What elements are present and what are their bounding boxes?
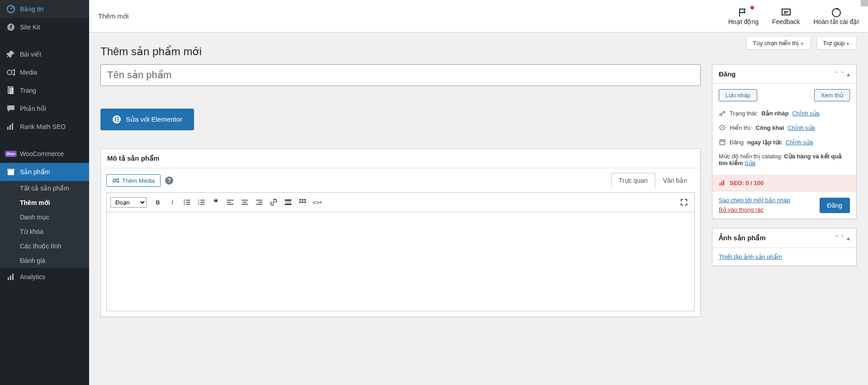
readmore-button[interactable]	[281, 195, 295, 209]
link-button[interactable]	[267, 195, 280, 209]
collapse-icon[interactable]: ▴	[847, 234, 850, 242]
sidebar-label: Bài viết	[20, 51, 41, 58]
sidebar-item-sitekit[interactable]: Site Kit	[0, 18, 89, 36]
edit-visibility-link[interactable]: Chỉnh sửa	[787, 124, 815, 131]
edit-status-link[interactable]: Chỉnh sửa	[792, 110, 819, 117]
sidebar-label: Bảng tin	[20, 5, 44, 13]
topbar-feedback[interactable]: Feedback	[772, 7, 800, 25]
help-tab[interactable]: Trợ giúp	[816, 37, 857, 50]
help-icon[interactable]: ?	[165, 176, 173, 185]
svg-rect-25	[186, 204, 190, 205]
sidebar-label: Rank Math SEO	[20, 123, 66, 130]
svg-rect-17	[117, 119, 119, 120]
move-up-icon[interactable]: ˄	[835, 71, 838, 78]
format-select[interactable]: Đoạn	[110, 197, 147, 208]
elementor-icon	[112, 115, 121, 124]
align-center-button[interactable]	[238, 195, 251, 209]
svg-point-1	[7, 70, 12, 75]
woo-icon: Woo	[6, 149, 15, 158]
copy-to-draft-link[interactable]: Sao chép tới một bản nháp	[719, 197, 790, 204]
publish-heading: Đăng	[719, 70, 835, 78]
seo-icon	[6, 122, 15, 131]
align-right-button[interactable]	[252, 195, 266, 209]
comment-icon	[6, 104, 15, 113]
breadcrumb: Thêm mới	[98, 12, 128, 20]
submenu-reviews[interactable]: Đánh giá	[0, 253, 89, 268]
product-title-input[interactable]	[100, 64, 701, 86]
number-list-button[interactable]: 123	[194, 195, 208, 209]
svg-rect-55	[723, 180, 724, 185]
eye-icon	[719, 124, 726, 131]
move-to-trash-link[interactable]: Bỏ vào thùng rác	[719, 206, 790, 213]
visibility-row: Hiển thị: Công khai Chỉnh sửa	[719, 120, 850, 135]
sidebar-item-woocommerce[interactable]: Woo WooCommerce	[0, 145, 89, 163]
sidebar-item-dashboard[interactable]: Bảng tin	[0, 0, 89, 18]
collapse-icon[interactable]: ▴	[847, 71, 850, 78]
svg-rect-21	[186, 200, 190, 201]
svg-rect-49	[304, 201, 306, 203]
page-title: Thêm sản phẩm mới	[100, 33, 857, 64]
schedule-row: Đăng ngay lập tức Chỉnh sửa	[719, 135, 850, 149]
toolbar-toggle-button[interactable]	[296, 195, 309, 209]
svg-point-24	[184, 204, 185, 205]
svg-rect-7	[8, 170, 14, 175]
chat-icon	[781, 7, 792, 18]
submenu-categories[interactable]: Danh mục	[0, 210, 89, 224]
publish-button[interactable]: Đăng	[820, 198, 850, 213]
sidebar-item-pages[interactable]: Trang	[0, 81, 89, 100]
seo-score-row: SEO: 0 / 100	[712, 175, 856, 191]
description-heading: Mô tả sản phẩm	[101, 149, 700, 168]
move-up-icon[interactable]: ˄	[835, 234, 838, 242]
topbar-finish-setup[interactable]: Hoàn tất cài đặt	[814, 7, 859, 25]
screen-options-tab[interactable]: Tùy chọn hiển thị	[746, 37, 811, 50]
set-product-image-link[interactable]: Thiết lập ảnh sản phẩm	[719, 253, 782, 260]
flag-icon	[738, 7, 749, 18]
svg-rect-9	[8, 277, 9, 280]
svg-rect-4	[7, 127, 9, 130]
tinymce-toolbar: Đoạn B I 123 ❝ <>▾	[106, 192, 695, 212]
svg-rect-6	[12, 123, 13, 130]
svg-rect-41	[285, 200, 291, 201]
submenu-all-products[interactable]: Tất cả sản phẩm	[0, 181, 89, 195]
svg-rect-35	[242, 200, 248, 201]
topbar-activity[interactable]: Hoạt động	[728, 7, 759, 25]
add-media-button[interactable]: Thêm Media	[106, 174, 161, 187]
svg-rect-33	[227, 202, 231, 203]
align-left-button[interactable]	[223, 195, 237, 209]
svg-rect-39	[258, 202, 262, 203]
editor-visual-tab[interactable]: Trực quan	[611, 173, 655, 188]
svg-rect-42	[285, 202, 291, 202]
move-down-icon[interactable]: ˅	[841, 71, 844, 78]
submenu-attributes[interactable]: Các thuộc tính	[0, 239, 89, 253]
sidebar-item-products[interactable]: Sản phẩm	[0, 163, 89, 181]
svg-rect-34	[227, 204, 233, 205]
svg-rect-32	[227, 200, 233, 201]
sidebar-item-posts[interactable]: Bài viết	[0, 45, 89, 63]
editor-content-area[interactable]	[106, 212, 695, 311]
edit-with-elementor-button[interactable]: Sửa với Elementor	[100, 109, 194, 130]
submenu-tags[interactable]: Từ khóa	[0, 224, 89, 239]
sidebar-item-media[interactable]: Media	[0, 63, 89, 81]
edit-catalog-link[interactable]: Sửa	[745, 160, 755, 166]
preview-button[interactable]: Xem thử	[814, 89, 850, 101]
editor-text-tab[interactable]: Văn bản	[655, 173, 695, 188]
catalog-row: Mức độ hiển thị catalog: Cửa hàng và kết…	[719, 149, 850, 170]
submenu-add-new[interactable]: Thêm mới	[0, 195, 89, 210]
svg-text:3: 3	[198, 203, 199, 205]
svg-rect-36	[243, 202, 247, 203]
save-draft-button[interactable]: Lưu nháp	[719, 89, 757, 101]
bullet-list-button[interactable]	[180, 195, 194, 209]
vertical-scrollbar[interactable]	[861, 0, 868, 6]
italic-button[interactable]: I	[166, 195, 179, 209]
bold-button[interactable]: B	[151, 195, 165, 209]
sidebar-label: Phản hồi	[20, 105, 46, 112]
blockquote-button[interactable]: ❝	[209, 195, 223, 209]
sidebar-item-rankmath[interactable]: Rank Math SEO	[0, 118, 89, 136]
code-button[interactable]: <>▾	[310, 195, 324, 209]
sidebar-item-analytics[interactable]: Analytics	[0, 268, 89, 286]
fullscreen-button[interactable]	[677, 195, 691, 209]
edit-schedule-link[interactable]: Chỉnh sửa	[786, 139, 813, 146]
move-down-icon[interactable]: ˅	[841, 234, 844, 242]
sidebar-item-comments[interactable]: Phản hồi	[0, 100, 89, 118]
svg-rect-29	[200, 202, 204, 203]
